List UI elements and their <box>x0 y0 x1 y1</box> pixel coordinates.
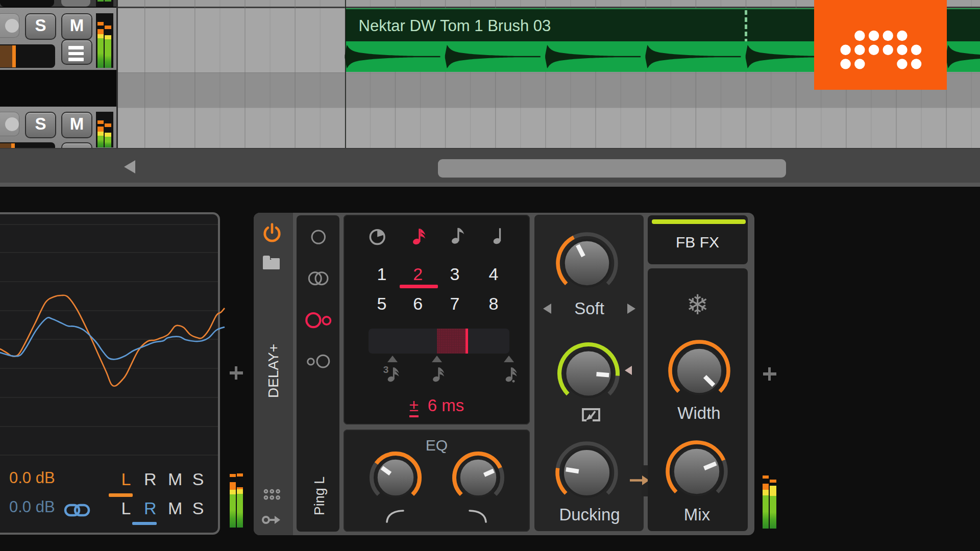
power-icon[interactable] <box>262 222 282 243</box>
channel-selector-top: LRMS <box>120 469 204 489</box>
mute-button[interactable]: M <box>61 112 92 138</box>
knob-ducking[interactable] <box>554 440 619 505</box>
clip-loop-marker[interactable] <box>745 10 747 41</box>
selected-channel-underline-bottom <box>132 522 157 525</box>
meter-bar <box>105 35 111 68</box>
knob-width[interactable] <box>667 339 731 403</box>
channel-option-l-b[interactable]: L <box>120 498 132 518</box>
scrollbar-handle[interactable] <box>438 159 786 178</box>
knob-feedback[interactable] <box>556 341 621 406</box>
device-level-meter-right <box>763 474 778 530</box>
hamburger-icon <box>68 46 84 49</box>
sync-number-5[interactable]: 5 <box>366 292 397 315</box>
meter-bar <box>237 487 243 528</box>
knob-mix[interactable] <box>665 439 729 504</box>
fbfx-header[interactable]: FB FX <box>648 215 748 265</box>
channel-option-r-t[interactable]: R <box>144 469 156 489</box>
meter-bar <box>97 127 104 147</box>
marker-dotted <box>504 356 514 362</box>
track-level-meter <box>96 13 113 68</box>
offset-ms: 6 ms <box>428 396 464 415</box>
device-header-strip: DELAY+ <box>254 213 293 536</box>
remote-controls-icon[interactable] <box>263 488 281 500</box>
track-header-2[interactable]: S M <box>0 107 116 148</box>
meter-peak-tick <box>770 480 776 483</box>
sync-number-3[interactable]: 3 <box>439 263 470 285</box>
feedback-insert-icon[interactable] <box>579 406 602 426</box>
shape-value[interactable]: Soft <box>574 299 604 318</box>
track-menu-button[interactable] <box>61 39 92 65</box>
shape-prev-arrow[interactable] <box>543 304 551 314</box>
meter-peak-tick <box>237 473 243 477</box>
volume-handle[interactable] <box>12 45 16 67</box>
device-mode-strip: Ping L <box>297 215 339 532</box>
meter-peak-tick <box>763 475 769 479</box>
volume-handle[interactable] <box>11 143 15 148</box>
header-timeline-divider[interactable] <box>116 0 118 148</box>
link-channels-icon[interactable] <box>64 502 90 519</box>
channel-option-r-b[interactable]: R <box>144 498 156 518</box>
time-offset-value[interactable]: ±6 ms <box>344 396 530 415</box>
mix-label: Mix <box>684 505 710 524</box>
width-label: Width <box>677 404 720 423</box>
meter-peak-tick <box>230 474 236 478</box>
solo-button[interactable]: S <box>25 112 56 138</box>
horizontal-scrollbar[interactable] <box>0 148 980 184</box>
sync-number-8[interactable]: 8 <box>478 292 509 315</box>
device-level-meter-left <box>230 472 245 529</box>
marker-straight <box>432 356 442 362</box>
panel-divider[interactable] <box>0 183 980 187</box>
channel-option-m-t[interactable]: M <box>168 469 180 489</box>
channel-option-s-b[interactable]: S <box>192 498 204 518</box>
sync-number-2[interactable]: 2 <box>403 263 433 285</box>
bitwig-logo-dots <box>814 0 947 90</box>
folder-icon[interactable] <box>262 254 283 271</box>
freeze-icon[interactable]: ❄ <box>648 289 748 321</box>
shape-next-arrow[interactable] <box>627 304 635 314</box>
selected-channel-underline-top <box>109 493 133 497</box>
mapping-icon[interactable] <box>262 514 282 525</box>
channel-selector-bottom: LRMS <box>120 498 204 518</box>
device-name[interactable]: DELAY+ <box>265 343 282 397</box>
knob-eq-low[interactable] <box>369 450 423 505</box>
record-arm-button[interactable] <box>0 112 19 136</box>
preset-mode-label[interactable]: Ping L <box>311 476 327 515</box>
sync-number-1[interactable]: 1 <box>366 263 397 285</box>
meter-peak-tick <box>97 22 104 26</box>
track-menu-button[interactable] <box>61 142 92 148</box>
bitwig-logo <box>814 0 947 90</box>
filter-curve-icons <box>344 507 530 525</box>
volume-slider-partial[interactable] <box>0 0 54 7</box>
gain-value-left[interactable]: 0.0 dB <box>9 469 55 487</box>
solo-label: S <box>35 114 46 133</box>
meter-bar <box>105 133 111 147</box>
volume-fill <box>0 45 12 67</box>
offset-sign: ± <box>409 396 419 417</box>
solo-button[interactable]: S <box>25 13 56 40</box>
record-arm-button[interactable] <box>0 13 19 38</box>
mute-button[interactable]: M <box>61 13 92 40</box>
edit-cursor[interactable] <box>345 0 346 148</box>
note-value-icons: 3 <box>344 366 530 389</box>
track-header-column: S M S M <box>0 0 118 148</box>
gain-value-right[interactable]: 0.0 dB <box>9 498 55 516</box>
mute-label: M <box>70 114 84 133</box>
knob-eq-high[interactable] <box>451 450 505 505</box>
channel-option-s-t[interactable]: S <box>192 469 204 489</box>
volume-slider[interactable] <box>0 44 55 68</box>
knob-shape[interactable] <box>555 231 619 295</box>
time-offset-slider[interactable] <box>369 329 509 354</box>
menu-button-partial[interactable] <box>61 0 90 7</box>
meter-partial <box>96 0 113 7</box>
scroll-left-arrow-icon[interactable] <box>124 160 135 173</box>
sync-number-4[interactable]: 4 <box>478 263 509 285</box>
sync-number-6[interactable]: 6 <box>403 292 433 315</box>
sync-number-7[interactable]: 7 <box>439 292 470 315</box>
track-header-1[interactable]: S M <box>0 8 116 70</box>
channel-option-m-b[interactable]: M <box>168 498 180 518</box>
channel-option-l-t[interactable]: L <box>120 469 132 489</box>
volume-slider[interactable] <box>0 142 55 148</box>
fbfx-active-bar <box>652 219 746 224</box>
meter-peak-tick <box>97 120 104 124</box>
oscilloscope-panel: 0.0 dB 0.0 dB LRMS LRMS <box>0 212 220 535</box>
